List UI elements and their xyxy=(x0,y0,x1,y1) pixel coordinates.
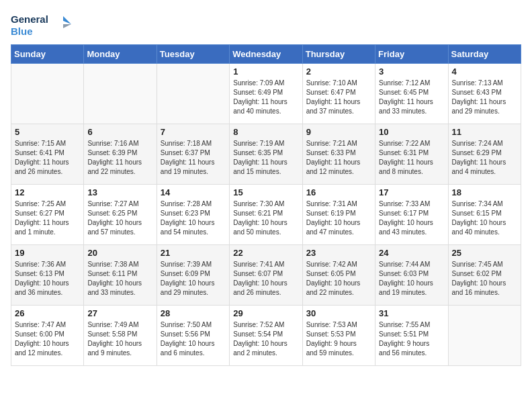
day-number: 20 xyxy=(87,248,152,258)
day-details: Sunrise: 7:36 AM Sunset: 6:13 PM Dayligh… xyxy=(15,260,80,298)
day-details: Sunrise: 7:19 AM Sunset: 6:35 PM Dayligh… xyxy=(233,139,298,177)
calendar-cell xyxy=(157,64,229,124)
day-number: 16 xyxy=(306,187,371,197)
day-number: 17 xyxy=(379,187,444,197)
day-details: Sunrise: 7:53 AM Sunset: 5:53 PM Dayligh… xyxy=(306,320,371,358)
calendar-cell: 25Sunrise: 7:45 AM Sunset: 6:02 PM Dayli… xyxy=(448,245,521,306)
day-details: Sunrise: 7:34 AM Sunset: 6:15 PM Dayligh… xyxy=(452,199,517,237)
day-number: 22 xyxy=(233,248,298,258)
calendar-week-row: 12Sunrise: 7:25 AM Sunset: 6:27 PM Dayli… xyxy=(11,185,521,245)
day-details: Sunrise: 7:55 AM Sunset: 5:51 PM Dayligh… xyxy=(379,320,444,358)
calendar-table: SundayMondayTuesdayWednesdayThursdayFrid… xyxy=(11,44,521,366)
day-number: 6 xyxy=(87,127,152,137)
day-number: 7 xyxy=(161,127,226,137)
day-number: 30 xyxy=(306,308,371,318)
day-number: 4 xyxy=(452,66,517,77)
day-number: 25 xyxy=(452,248,517,258)
day-details: Sunrise: 7:42 AM Sunset: 6:05 PM Dayligh… xyxy=(306,260,371,298)
calendar-week-row: 5Sunrise: 7:15 AM Sunset: 6:41 PM Daylig… xyxy=(11,124,521,185)
calendar-cell: 15Sunrise: 7:30 AM Sunset: 6:21 PM Dayli… xyxy=(230,185,302,245)
day-details: Sunrise: 7:21 AM Sunset: 6:33 PM Dayligh… xyxy=(306,139,371,177)
weekday-header-tuesday: Tuesday xyxy=(157,45,229,64)
svg-marker-3 xyxy=(63,24,71,28)
calendar-cell: 9Sunrise: 7:21 AM Sunset: 6:33 PM Daylig… xyxy=(302,124,375,185)
day-details: Sunrise: 7:10 AM Sunset: 6:47 PM Dayligh… xyxy=(306,79,371,116)
day-details: Sunrise: 7:39 AM Sunset: 6:09 PM Dayligh… xyxy=(161,260,226,298)
day-details: Sunrise: 7:22 AM Sunset: 6:31 PM Dayligh… xyxy=(379,139,444,177)
day-details: Sunrise: 7:13 AM Sunset: 6:43 PM Dayligh… xyxy=(452,79,517,116)
calendar-cell xyxy=(84,64,157,124)
day-number: 23 xyxy=(306,248,371,258)
calendar-cell: 22Sunrise: 7:41 AM Sunset: 6:07 PM Dayli… xyxy=(230,245,302,306)
calendar-cell: 4Sunrise: 7:13 AM Sunset: 6:43 PM Daylig… xyxy=(448,64,521,124)
calendar-cell: 14Sunrise: 7:28 AM Sunset: 6:23 PM Dayli… xyxy=(157,185,229,245)
calendar-cell xyxy=(11,64,84,124)
calendar-cell: 27Sunrise: 7:49 AM Sunset: 5:58 PM Dayli… xyxy=(84,306,157,366)
day-number: 15 xyxy=(233,187,298,197)
day-number: 29 xyxy=(233,308,298,318)
day-details: Sunrise: 7:49 AM Sunset: 5:58 PM Dayligh… xyxy=(87,320,152,358)
day-details: Sunrise: 7:15 AM Sunset: 6:41 PM Dayligh… xyxy=(15,139,80,177)
day-number: 27 xyxy=(87,308,152,318)
calendar-cell: 30Sunrise: 7:53 AM Sunset: 5:53 PM Dayli… xyxy=(302,306,375,366)
day-details: Sunrise: 7:38 AM Sunset: 6:11 PM Dayligh… xyxy=(87,260,152,298)
calendar-cell: 21Sunrise: 7:39 AM Sunset: 6:09 PM Dayli… xyxy=(157,245,229,306)
day-number: 11 xyxy=(452,127,517,137)
logo: General Blue xyxy=(11,11,71,39)
day-details: Sunrise: 7:50 AM Sunset: 5:56 PM Dayligh… xyxy=(161,320,226,358)
day-details: Sunrise: 7:45 AM Sunset: 6:02 PM Dayligh… xyxy=(452,260,517,298)
calendar-cell: 26Sunrise: 7:47 AM Sunset: 6:00 PM Dayli… xyxy=(11,306,84,366)
calendar-cell: 13Sunrise: 7:27 AM Sunset: 6:25 PM Dayli… xyxy=(84,185,157,245)
day-details: Sunrise: 7:52 AM Sunset: 5:54 PM Dayligh… xyxy=(233,320,298,358)
day-details: Sunrise: 7:16 AM Sunset: 6:39 PM Dayligh… xyxy=(87,139,152,177)
calendar-cell: 16Sunrise: 7:31 AM Sunset: 6:19 PM Dayli… xyxy=(302,185,375,245)
calendar-cell: 20Sunrise: 7:38 AM Sunset: 6:11 PM Dayli… xyxy=(84,245,157,306)
day-number: 8 xyxy=(233,127,298,137)
day-number: 24 xyxy=(379,248,444,258)
svg-text:General: General xyxy=(11,13,48,25)
day-details: Sunrise: 7:47 AM Sunset: 6:00 PM Dayligh… xyxy=(15,320,80,358)
calendar-cell: 8Sunrise: 7:19 AM Sunset: 6:35 PM Daylig… xyxy=(230,124,302,185)
weekday-header-saturday: Saturday xyxy=(448,45,521,64)
day-details: Sunrise: 7:31 AM Sunset: 6:19 PM Dayligh… xyxy=(306,199,371,237)
day-details: Sunrise: 7:33 AM Sunset: 6:17 PM Dayligh… xyxy=(379,199,444,237)
day-number: 2 xyxy=(306,66,371,77)
day-number: 28 xyxy=(161,308,226,318)
calendar-cell xyxy=(448,306,521,366)
calendar-week-row: 1Sunrise: 7:09 AM Sunset: 6:49 PM Daylig… xyxy=(11,64,521,124)
day-number: 10 xyxy=(379,127,444,137)
calendar-cell: 3Sunrise: 7:12 AM Sunset: 6:45 PM Daylig… xyxy=(375,64,448,124)
day-number: 5 xyxy=(15,127,80,137)
day-number: 18 xyxy=(452,187,517,197)
day-number: 12 xyxy=(15,187,80,197)
svg-marker-2 xyxy=(63,16,71,24)
calendar-cell: 5Sunrise: 7:15 AM Sunset: 6:41 PM Daylig… xyxy=(11,124,84,185)
calendar-cell: 10Sunrise: 7:22 AM Sunset: 6:31 PM Dayli… xyxy=(375,124,448,185)
weekday-header-monday: Monday xyxy=(84,45,157,64)
page-header: General Blue xyxy=(11,11,521,39)
calendar-cell: 17Sunrise: 7:33 AM Sunset: 6:17 PM Dayli… xyxy=(375,185,448,245)
day-details: Sunrise: 7:24 AM Sunset: 6:29 PM Dayligh… xyxy=(452,139,517,177)
day-details: Sunrise: 7:30 AM Sunset: 6:21 PM Dayligh… xyxy=(233,199,298,237)
day-details: Sunrise: 7:44 AM Sunset: 6:03 PM Dayligh… xyxy=(379,260,444,298)
calendar-cell: 24Sunrise: 7:44 AM Sunset: 6:03 PM Dayli… xyxy=(375,245,448,306)
svg-text:Blue: Blue xyxy=(11,26,33,37)
day-number: 13 xyxy=(87,187,152,197)
calendar-cell: 19Sunrise: 7:36 AM Sunset: 6:13 PM Dayli… xyxy=(11,245,84,306)
day-details: Sunrise: 7:09 AM Sunset: 6:49 PM Dayligh… xyxy=(233,79,298,116)
day-details: Sunrise: 7:28 AM Sunset: 6:23 PM Dayligh… xyxy=(161,199,226,237)
calendar-cell: 28Sunrise: 7:50 AM Sunset: 5:56 PM Dayli… xyxy=(157,306,229,366)
calendar-cell: 18Sunrise: 7:34 AM Sunset: 6:15 PM Dayli… xyxy=(448,185,521,245)
day-details: Sunrise: 7:12 AM Sunset: 6:45 PM Dayligh… xyxy=(379,79,444,116)
weekday-header-row: SundayMondayTuesdayWednesdayThursdayFrid… xyxy=(11,45,521,64)
calendar-cell: 12Sunrise: 7:25 AM Sunset: 6:27 PM Dayli… xyxy=(11,185,84,245)
day-number: 26 xyxy=(15,308,80,318)
calendar-week-row: 19Sunrise: 7:36 AM Sunset: 6:13 PM Dayli… xyxy=(11,245,521,306)
calendar-cell: 7Sunrise: 7:18 AM Sunset: 6:37 PM Daylig… xyxy=(157,124,229,185)
calendar-cell: 29Sunrise: 7:52 AM Sunset: 5:54 PM Dayli… xyxy=(230,306,302,366)
day-number: 1 xyxy=(233,66,298,77)
day-number: 31 xyxy=(379,308,444,318)
day-number: 14 xyxy=(161,187,226,197)
day-details: Sunrise: 7:27 AM Sunset: 6:25 PM Dayligh… xyxy=(87,199,152,237)
weekday-header-sunday: Sunday xyxy=(11,45,84,64)
